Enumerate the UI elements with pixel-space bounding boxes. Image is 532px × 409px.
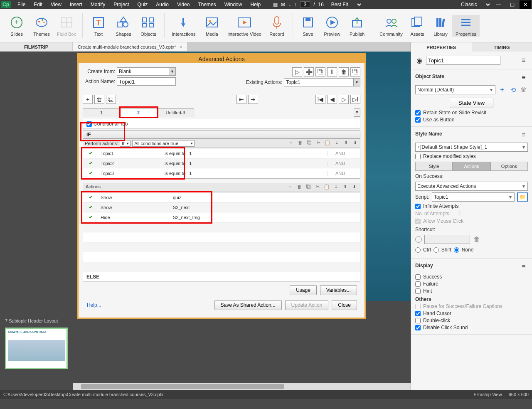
slide-thumbnail-8[interactable]: COMPARE AND CONTRAST bbox=[5, 328, 68, 369]
menu-edit[interactable]: Edit bbox=[30, 2, 47, 7]
cond-down-icon[interactable]: ⬇ bbox=[352, 140, 358, 147]
clear-shortcut-icon[interactable]: 🗑 bbox=[473, 235, 481, 244]
retain-state-checkbox[interactable] bbox=[415, 110, 421, 116]
move-right-icon[interactable]: ⇥ bbox=[248, 95, 258, 104]
delete-state-icon[interactable]: 🗑 bbox=[520, 86, 528, 94]
perform-if-select[interactable]: If bbox=[120, 140, 131, 147]
ctrl-radio[interactable] bbox=[415, 247, 421, 253]
cond-copy-icon[interactable]: ⿻ bbox=[306, 140, 313, 147]
act-add-icon[interactable]: ↔ bbox=[287, 184, 293, 191]
script-select[interactable]: Topic1 bbox=[432, 192, 515, 202]
act-down-icon[interactable]: ⬇ bbox=[351, 184, 357, 191]
menu-window[interactable]: Window bbox=[220, 2, 246, 7]
zoom-select[interactable]: Best Fit bbox=[327, 0, 362, 9]
add-decision-icon[interactable]: + bbox=[83, 95, 93, 104]
menu-file[interactable]: File bbox=[13, 2, 30, 7]
ribbon-save[interactable]: Save bbox=[296, 15, 320, 37]
ribbon-properties[interactable]: Properties bbox=[452, 15, 480, 37]
down-icon[interactable]: ↓ bbox=[288, 2, 291, 7]
action-name-input[interactable] bbox=[117, 77, 176, 86]
last-icon[interactable]: ▷I bbox=[350, 95, 360, 104]
layout-icon[interactable]: ▦ bbox=[273, 2, 278, 7]
tab-timing[interactable]: TIMING bbox=[472, 42, 532, 52]
mail-icon[interactable]: ✉ bbox=[281, 2, 285, 7]
tab-close-icon[interactable]: × bbox=[180, 44, 182, 49]
conditional-tab-checkbox[interactable] bbox=[86, 121, 92, 127]
ribbon-slides[interactable]: +Slides bbox=[4, 15, 29, 37]
hint-checkbox[interactable] bbox=[415, 288, 421, 294]
ribbon-media[interactable]: Media bbox=[200, 15, 224, 37]
existing-actions-select[interactable]: Topic1▼ bbox=[284, 78, 360, 86]
subtab-actions[interactable]: Actions bbox=[453, 162, 490, 171]
tab-properties[interactable]: PROPERTIES bbox=[411, 42, 472, 52]
object-name-input[interactable] bbox=[426, 56, 500, 65]
menu-icon[interactable]: ≡ bbox=[520, 263, 528, 271]
prev-icon[interactable]: ◀ bbox=[327, 95, 337, 104]
ribbon-assets[interactable]: Assets bbox=[406, 15, 429, 37]
ribbon-preview[interactable]: Preview bbox=[320, 15, 345, 37]
menu-insert[interactable]: Insert bbox=[66, 2, 86, 7]
none-radio[interactable] bbox=[454, 247, 459, 253]
menu-quiz[interactable]: Quiz bbox=[133, 2, 152, 7]
menu-audio[interactable]: Audio bbox=[152, 2, 173, 7]
ribbon-themes[interactable]: Themes bbox=[29, 15, 54, 37]
on-success-select[interactable]: Execute Advanced Actions bbox=[415, 182, 528, 191]
shortcut-input[interactable] bbox=[424, 235, 470, 244]
ribbon-interactive-video[interactable]: Interactive Video bbox=[224, 15, 264, 37]
copy-icon[interactable]: ⿻ bbox=[350, 67, 360, 76]
current-page-input[interactable]: 3 bbox=[300, 1, 310, 8]
double-click-checkbox[interactable] bbox=[415, 318, 421, 323]
replace-styles-checkbox[interactable] bbox=[415, 154, 421, 159]
update-action-button[interactable]: Update Action bbox=[285, 300, 329, 310]
shift-radio[interactable] bbox=[433, 247, 439, 253]
ribbon-interactions[interactable]: Interactions bbox=[168, 15, 200, 37]
delete-icon[interactable]: 🗑 bbox=[339, 67, 349, 76]
use-as-button-checkbox[interactable] bbox=[415, 117, 421, 123]
up-icon[interactable]: ↑ bbox=[294, 2, 297, 7]
help-link[interactable]: Help... bbox=[83, 300, 106, 310]
act-copy-icon[interactable]: ⿻ bbox=[305, 184, 312, 191]
ribbon-shapes[interactable]: Shapes bbox=[111, 15, 136, 37]
next-icon[interactable]: ▷ bbox=[339, 95, 349, 104]
state-select[interactable]: Normal (Default) bbox=[415, 85, 495, 94]
import-icon[interactable]: ⇩ bbox=[327, 67, 337, 76]
act-paste-icon[interactable]: 📋 bbox=[323, 184, 330, 191]
save-shared-button[interactable]: Save As Shared Action... bbox=[214, 300, 282, 310]
menu-project[interactable]: Project bbox=[109, 2, 133, 7]
disable-sound-checkbox[interactable] bbox=[415, 325, 421, 330]
visibility-icon[interactable]: ◉ bbox=[415, 56, 424, 64]
duplicate-decision-icon[interactable]: ⿻ bbox=[106, 95, 116, 104]
all-conditions-select[interactable]: All conditions are true bbox=[132, 140, 195, 147]
ribbon-record[interactable]: Record bbox=[264, 15, 289, 37]
preview-icon[interactable]: ▷ bbox=[292, 67, 302, 76]
infinite-attempts-checkbox[interactable] bbox=[415, 204, 421, 209]
menu-video[interactable]: Video bbox=[173, 2, 194, 7]
act-up-icon[interactable]: ⬆ bbox=[342, 184, 348, 191]
usage-button[interactable]: Usage bbox=[290, 285, 317, 295]
cond-add-icon[interactable]: ↔ bbox=[288, 140, 294, 147]
close-dialog-button[interactable]: Close bbox=[332, 300, 357, 310]
ribbon-text[interactable]: TText bbox=[86, 15, 111, 37]
create-from-select[interactable]: Blank▼ bbox=[117, 67, 176, 76]
layout-select[interactable]: Classic bbox=[457, 0, 491, 9]
horizontal-scrollbar[interactable] bbox=[73, 383, 411, 390]
act-cut-icon[interactable]: ✂ bbox=[314, 184, 321, 191]
script-browse-icon[interactable]: 📁 bbox=[517, 192, 528, 202]
menu-help[interactable]: Help bbox=[246, 2, 265, 7]
minimize-button[interactable]: — bbox=[493, 0, 505, 9]
act-trash-icon[interactable]: 🗑 bbox=[296, 184, 303, 191]
menu-view[interactable]: View bbox=[47, 2, 66, 7]
document-tab[interactable]: Create multi-module branched courses_V3.… bbox=[73, 42, 187, 51]
cond-trash-icon[interactable]: 🗑 bbox=[297, 140, 303, 147]
maximize-button[interactable]: ▢ bbox=[506, 0, 518, 9]
ribbon-objects[interactable]: Objects bbox=[136, 15, 161, 37]
subtab-options[interactable]: Options bbox=[490, 162, 528, 171]
decision-tab-3[interactable]: Untitled-3 bbox=[157, 108, 194, 117]
duplicate-icon[interactable]: ⿻ bbox=[315, 67, 325, 76]
menu-themes[interactable]: Themes bbox=[194, 2, 220, 7]
menu-icon[interactable]: ≡ bbox=[520, 56, 528, 64]
menu-modify[interactable]: Modify bbox=[86, 2, 109, 7]
ribbon-community[interactable]: Community bbox=[377, 15, 406, 37]
add-state-icon[interactable]: + bbox=[498, 86, 506, 94]
reset-state-icon[interactable]: ⟲ bbox=[509, 86, 517, 94]
